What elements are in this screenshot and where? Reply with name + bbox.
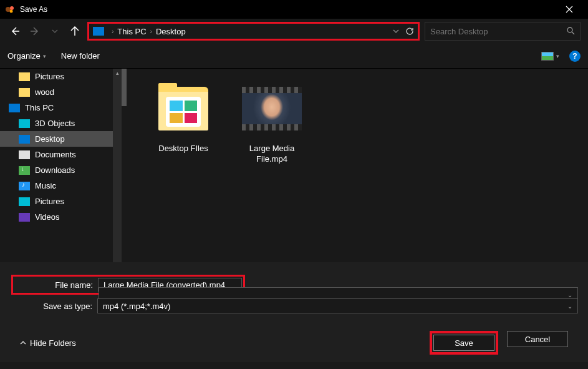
cancel-button[interactable]: Cancel bbox=[507, 331, 568, 347]
navbar: › This PC › Desktop bbox=[0, 19, 588, 44]
window-title: Save As bbox=[20, 5, 555, 14]
save-button-highlight: Save bbox=[430, 331, 498, 355]
file-tile[interactable]: Large Media File.mp4 bbox=[238, 79, 306, 165]
sidebar-item-label: 3D Objects bbox=[35, 119, 75, 128]
body: PictureswoodThis PC3D ObjectsDesktopDocu… bbox=[0, 69, 588, 262]
chevron-down-icon: ▾ bbox=[43, 53, 46, 59]
search-box[interactable] bbox=[425, 22, 581, 41]
sidebar-item-label: Downloads bbox=[35, 165, 75, 175]
search-icon bbox=[566, 26, 575, 37]
chevron-down-icon[interactable]: ⌄ bbox=[567, 292, 572, 298]
breadcrumb-current[interactable]: Desktop bbox=[156, 27, 186, 36]
down-icon bbox=[19, 166, 30, 175]
up-button[interactable] bbox=[67, 24, 82, 39]
pc-icon bbox=[9, 104, 20, 112]
refresh-icon[interactable] bbox=[405, 27, 414, 36]
arrow-up-icon bbox=[70, 26, 80, 36]
sidebar-item-label: This PC bbox=[25, 103, 54, 112]
filename-label: File name: bbox=[14, 280, 98, 290]
folder-icon bbox=[19, 88, 30, 97]
breadcrumb-root[interactable]: This PC bbox=[117, 27, 146, 36]
chevron-down-icon: ⌄ bbox=[567, 303, 572, 310]
close-icon bbox=[566, 6, 573, 13]
new-folder-button[interactable]: New folder bbox=[61, 51, 100, 61]
sidebar-item-desktop[interactable]: Desktop bbox=[0, 131, 122, 147]
content-pane[interactable]: Desktop FIlesLarge Media File.mp4 bbox=[122, 69, 588, 262]
back-button[interactable] bbox=[7, 24, 22, 39]
sidebar-item-label: Videos bbox=[35, 212, 60, 222]
savetype-dropdown[interactable]: mp4 (*.mp4;*.m4v) ⌄ bbox=[97, 298, 578, 313]
sidebar-item-label: Pictures bbox=[35, 72, 64, 81]
file-label: Large Media File.mp4 bbox=[238, 144, 306, 165]
desktop-icon bbox=[19, 135, 30, 144]
organize-label: Organize bbox=[7, 51, 41, 61]
sidebar-item-wood[interactable]: wood bbox=[0, 84, 122, 100]
sidebar-item-music[interactable]: Music bbox=[0, 178, 122, 194]
help-icon: ? bbox=[572, 52, 577, 61]
hide-folders-button[interactable]: Hide Folders bbox=[20, 338, 76, 348]
footer: File name: Large Media File (converted).… bbox=[0, 262, 588, 362]
sidebar-item-this-pc[interactable]: This PC bbox=[0, 100, 122, 116]
sidebar: PictureswoodThis PC3D ObjectsDesktopDocu… bbox=[0, 69, 122, 262]
sidebar-item-pictures[interactable]: Pictures bbox=[0, 194, 122, 209]
sidebar-item-label: Pictures bbox=[35, 197, 64, 206]
help-button[interactable]: ? bbox=[569, 51, 581, 62]
recent-dropdown[interactable] bbox=[47, 24, 62, 39]
forward-button[interactable] bbox=[27, 24, 42, 39]
scroll-up-icon[interactable]: ▴ bbox=[113, 69, 122, 77]
chevron-right-icon: › bbox=[112, 28, 113, 35]
close-button[interactable] bbox=[555, 0, 583, 19]
sidebar-item-pictures[interactable]: Pictures bbox=[0, 69, 122, 84]
app-icon bbox=[5, 4, 15, 14]
sidebar-scrollbar[interactable]: ▴ bbox=[113, 69, 122, 262]
new-folder-label: New folder bbox=[61, 51, 100, 61]
content-scrollbar[interactable] bbox=[122, 69, 127, 106]
sidebar-item-3d-objects[interactable]: 3D Objects bbox=[0, 116, 122, 131]
view-mode-button[interactable]: ▾ bbox=[541, 52, 559, 61]
pc-icon bbox=[93, 27, 104, 36]
3d-icon bbox=[19, 119, 30, 128]
sidebar-item-label: Music bbox=[35, 181, 56, 190]
chevron-down-icon bbox=[52, 29, 58, 33]
sidebar-item-downloads[interactable]: Downloads bbox=[0, 162, 122, 178]
chevron-down-icon: ▾ bbox=[556, 53, 559, 59]
savetype-label: Save as type: bbox=[10, 302, 97, 311]
savetype-value: mp4 (*.mp4;*.m4v) bbox=[103, 302, 567, 311]
chevron-down-icon[interactable] bbox=[393, 29, 399, 33]
pic-icon bbox=[19, 197, 30, 206]
chevron-right-icon: › bbox=[150, 28, 152, 35]
search-input[interactable] bbox=[430, 27, 566, 36]
arrow-right-icon bbox=[30, 26, 40, 36]
svg-point-1 bbox=[10, 6, 14, 10]
music-icon bbox=[19, 182, 30, 190]
file-tile[interactable]: Desktop FIles bbox=[149, 79, 218, 165]
view-icon bbox=[541, 52, 554, 61]
titlebar: Save As bbox=[0, 0, 588, 19]
svg-point-3 bbox=[567, 27, 572, 32]
sidebar-item-documents[interactable]: Documents bbox=[0, 147, 122, 162]
save-button[interactable]: Save bbox=[433, 335, 494, 351]
folder-icon bbox=[19, 72, 30, 81]
sidebar-item-label: Desktop bbox=[35, 134, 65, 144]
folder-icon bbox=[153, 79, 213, 139]
file-label: Desktop FIles bbox=[149, 144, 218, 154]
sidebar-item-label: Documents bbox=[35, 150, 76, 159]
sidebar-item-videos[interactable]: Videos bbox=[0, 209, 122, 225]
sidebar-item-label: wood bbox=[35, 87, 54, 97]
hide-folders-label: Hide Folders bbox=[30, 338, 76, 348]
arrow-left-icon bbox=[10, 26, 20, 36]
vid-icon bbox=[19, 213, 30, 222]
breadcrumb[interactable]: › This PC › Desktop bbox=[87, 22, 420, 41]
svg-point-2 bbox=[10, 10, 13, 13]
organize-menu[interactable]: Organize ▾ bbox=[7, 51, 46, 61]
toolbar: Organize ▾ New folder ▾ ? bbox=[0, 44, 588, 69]
doc-icon bbox=[19, 150, 30, 159]
video-thumbnail-icon bbox=[242, 79, 302, 139]
chevron-up-icon bbox=[20, 341, 26, 345]
